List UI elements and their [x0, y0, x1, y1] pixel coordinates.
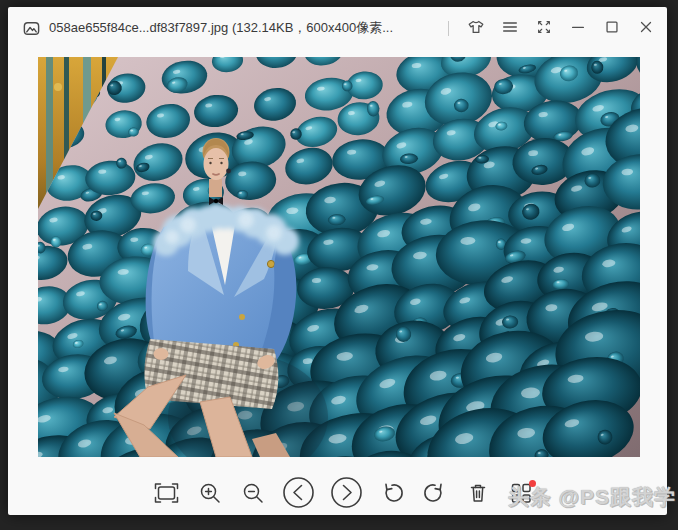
- rotate-right-icon: [423, 481, 447, 508]
- previous-button[interactable]: [282, 478, 315, 510]
- zoom-out-button[interactable]: [239, 478, 267, 510]
- next-icon: [330, 476, 363, 512]
- titlebar-controls: [448, 14, 659, 42]
- rotate-right-button[interactable]: [421, 478, 449, 510]
- maximize-button[interactable]: [599, 14, 625, 42]
- photo[interactable]: [38, 57, 640, 457]
- pebble-bubbles: [38, 57, 640, 457]
- close-icon: [637, 18, 655, 39]
- previous-icon: [282, 476, 315, 512]
- image-file-icon: [22, 19, 41, 38]
- close-button[interactable]: [633, 14, 659, 42]
- fit-view-icon: [153, 481, 180, 508]
- hamburger-menu-icon: [501, 18, 519, 39]
- watermark: 头条 @PS跟我学: [508, 483, 676, 511]
- delete-button[interactable]: [464, 478, 492, 510]
- zoom-in-icon: [198, 481, 222, 508]
- image-canvas: [38, 57, 640, 457]
- zoom-out-icon: [241, 481, 265, 508]
- fullscreen-button[interactable]: [531, 14, 557, 42]
- minimize-button[interactable]: [565, 14, 591, 42]
- window-title: 058ae655f84ce...df83f7897.jpg (132.14KB，…: [49, 19, 448, 37]
- fit-view-button[interactable]: [153, 478, 181, 510]
- titlebar-divider: [448, 21, 449, 36]
- skin-shirt-icon: [466, 17, 486, 40]
- rotate-left-icon: [380, 481, 404, 508]
- skin-button[interactable]: [463, 14, 489, 42]
- minimize-icon: [569, 18, 587, 39]
- rotate-left-button[interactable]: [378, 478, 406, 510]
- delete-trash-icon: [466, 481, 490, 508]
- zoom-in-button[interactable]: [196, 478, 224, 510]
- expand-arrows-icon: [535, 18, 553, 39]
- menu-button[interactable]: [497, 14, 523, 42]
- next-button[interactable]: [330, 478, 363, 510]
- titlebar[interactable]: 058ae655f84ce...df83f7897.jpg (132.14KB，…: [8, 7, 667, 49]
- image-viewer-window: 058ae655f84ce...df83f7897.jpg (132.14KB，…: [8, 7, 667, 515]
- maximize-icon: [603, 18, 621, 39]
